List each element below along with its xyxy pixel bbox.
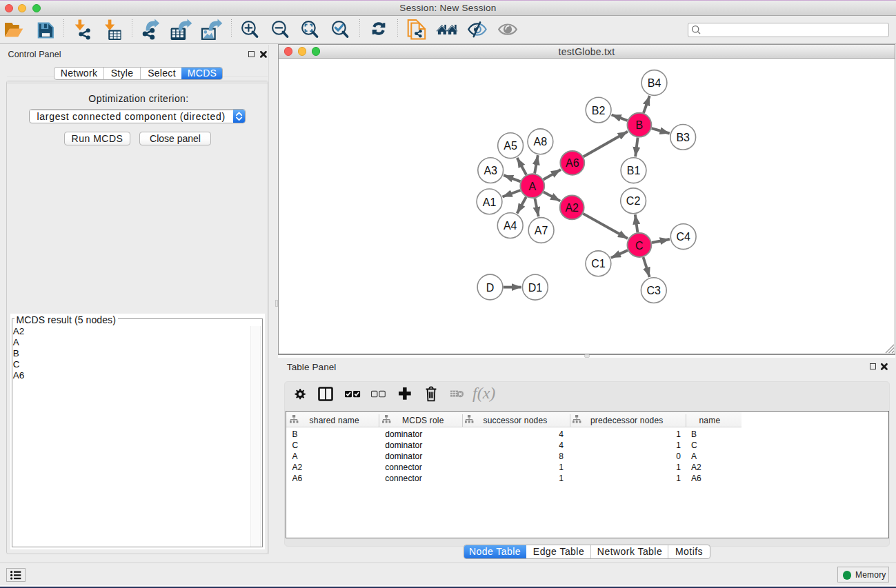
svg-text:C2: C2 — [626, 195, 641, 207]
svg-text:C3: C3 — [647, 285, 661, 296]
svg-text:B1: B1 — [627, 165, 641, 176]
svg-text:A: A — [528, 181, 536, 192]
svg-text:C1: C1 — [591, 258, 606, 270]
svg-text:A3: A3 — [484, 165, 497, 176]
svg-text:A6: A6 — [566, 157, 579, 169]
svg-text:A5: A5 — [504, 140, 517, 152]
svg-text:A7: A7 — [535, 225, 548, 236]
svg-text:A8: A8 — [534, 136, 548, 148]
svg-text:B: B — [636, 119, 644, 131]
svg-text:B4: B4 — [648, 77, 661, 89]
svg-text:B3: B3 — [676, 132, 690, 143]
svg-text:B2: B2 — [592, 105, 606, 116]
svg-text:D: D — [486, 282, 495, 294]
svg-text:A1: A1 — [483, 196, 497, 208]
svg-text:D1: D1 — [528, 282, 543, 294]
svg-text:C: C — [635, 240, 644, 252]
svg-text:A4: A4 — [504, 220, 517, 232]
svg-text:A2: A2 — [565, 202, 579, 214]
svg-text:C4: C4 — [676, 231, 690, 243]
